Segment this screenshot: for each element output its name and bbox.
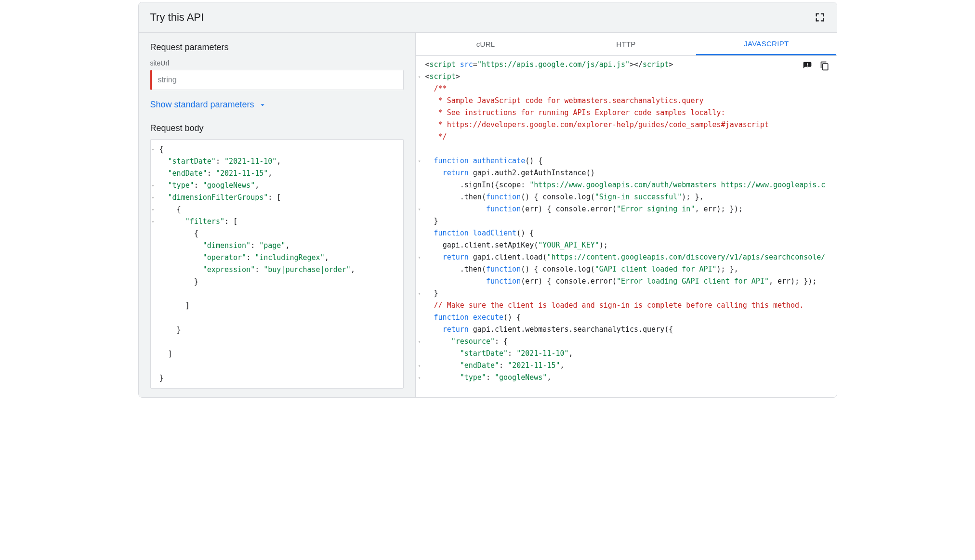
svg-rect-5 (816, 20, 818, 21)
copy-icon[interactable] (818, 60, 831, 72)
request-parameters-heading: Request parameters (150, 42, 404, 52)
collapse-icon[interactable] (815, 12, 825, 23)
tab-http[interactable]: HTTP (556, 33, 696, 55)
svg-rect-7 (821, 20, 824, 21)
code-area[interactable]: ▾ ▾ ▾ ▾ ▾ ▾ ▾ ▾<script src="https://apis… (416, 56, 837, 397)
code-tabs: cURL HTTP JAVASCRIPT (416, 33, 837, 56)
code-panel: cURL HTTP JAVASCRIPT ▾ ▾ ▾ ▾ ▾ ▾ ▾ ▾<scr… (416, 33, 837, 397)
siteurl-input-wrap (150, 70, 404, 90)
request-body-editor[interactable]: ▾ ▾ ▾ ▾ ▾{ "startDate": "2021-11-10", "e… (150, 139, 404, 389)
report-issue-icon[interactable] (801, 60, 814, 72)
siteurl-input[interactable] (158, 76, 397, 84)
tab-curl[interactable]: cURL (416, 33, 556, 55)
request-panel: Request parameters siteUrl Show standard… (139, 33, 416, 397)
svg-rect-1 (816, 13, 818, 14)
svg-rect-3 (821, 13, 824, 14)
startdate-value: "2021-11-10" (224, 157, 277, 166)
panel-title: Try this API (150, 11, 204, 24)
request-body-heading: Request body (150, 123, 404, 133)
tab-javascript[interactable]: JAVASCRIPT (696, 33, 836, 55)
show-standard-parameters-link[interactable]: Show standard parameters (150, 100, 404, 110)
siteurl-label: siteUrl (150, 59, 404, 67)
panel-header: Try this API (139, 2, 837, 33)
api-explorer-panel: Try this API Request parameters siteUrl … (138, 2, 837, 398)
chevron-down-icon (258, 101, 267, 109)
show-standard-label: Show standard parameters (150, 100, 254, 110)
